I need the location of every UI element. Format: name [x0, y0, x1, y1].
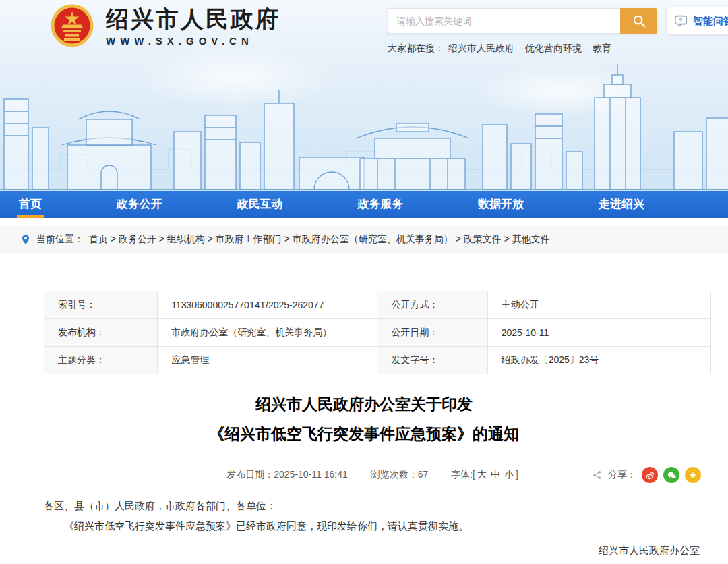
share-label: 分享： — [608, 469, 636, 481]
site-url: WWW.SX.GOV.CN — [106, 35, 280, 47]
font-size-medium-button[interactable]: 中 — [491, 469, 500, 480]
nav-item-about-shaoxing[interactable]: 走进绍兴 — [595, 191, 648, 218]
paragraph: 各区、县（市）人民政府，市政府各部门、各单位： — [44, 496, 684, 516]
table-row: 发布机构： 市政府办公室（研究室、机关事务局） 公开日期： 2025-10-11 — [44, 319, 711, 347]
site-banner: 绍兴市人民政府 WWW.SX.GOV.CN 大家都在搜： 绍兴市人民政府 优化营… — [0, 0, 728, 191]
search-box — [388, 8, 657, 34]
meta-value: 应急管理 — [158, 347, 377, 374]
nav-item-interaction[interactable]: 政民互动 — [233, 191, 287, 218]
document-body: 各区、县（市）人民政府，市政府各部门、各单位： 《绍兴市低空飞行突发事件应急预案… — [44, 496, 684, 536]
main-nav: 首页 政务公开 政民互动 政务服务 数据开放 走进绍兴 — [0, 191, 728, 218]
hot-search-link[interactable]: 教育 — [593, 43, 611, 55]
table-row: 索引号： 11330600002577014T/2025-262077 公开方式… — [44, 291, 711, 319]
share-bar: 分享： ★ — [592, 467, 701, 483]
search-area: 大家都在搜： 绍兴市人民政府 优化营商环境 教育 — [388, 8, 657, 55]
breadcrumb-path[interactable]: 首页 > 政务公开 > 组织机构 > 市政府工作部门 > 市政府办公室（研究室、… — [89, 233, 550, 246]
qzone-star-icon: ★ — [689, 471, 697, 480]
site-logo[interactable]: 绍兴市人民政府 WWW.SX.GOV.CN — [51, 4, 280, 47]
nav-item-gov-info[interactable]: 政务公开 — [113, 191, 166, 218]
city-skyline-illustration — [0, 56, 728, 191]
meta-label: 公开日期： — [377, 319, 487, 347]
hot-search-link[interactable]: 绍兴市人民政府 — [448, 43, 514, 55]
paragraph: 《绍兴市低空飞行突发事件应急预案》已经市政府同意，现印发给你们，请认真贯彻实施。 — [44, 516, 684, 536]
breadcrumb-label: 当前位置： — [36, 233, 84, 246]
nav-item-home[interactable]: 首页 — [15, 191, 46, 218]
share-nodes-icon — [592, 470, 603, 480]
smart-qa-widget[interactable]: ? 智能问答 — [666, 7, 728, 35]
meta-value: 市政府办公室（研究室、机关事务局） — [158, 319, 377, 347]
meta-label: 发布机构： — [44, 319, 158, 347]
view-count-value: 67 — [418, 469, 429, 480]
hot-search-bar: 大家都在搜： 绍兴市人民政府 优化营商环境 教育 — [388, 43, 657, 55]
search-button[interactable] — [620, 8, 657, 34]
page: 绍兴市人民政府 WWW.SX.GOV.CN 大家都在搜： 绍兴市人民政府 优化营… — [0, 0, 728, 557]
site-name: 绍兴市人民政府 — [106, 5, 280, 32]
wechat-icon — [667, 470, 677, 480]
hot-search-label: 大家都在搜： — [388, 43, 444, 55]
meta-label: 索引号： — [44, 291, 158, 319]
document-title-line2: 《绍兴市低空飞行突发事件应急预案》的通知 — [0, 419, 728, 449]
svg-text:?: ? — [679, 17, 682, 24]
meta-label: 公开方式： — [377, 291, 487, 319]
signature: 绍兴市人民政府办公室 — [0, 544, 700, 557]
meta-value: 2025-10-11 — [487, 319, 710, 347]
national-emblem-icon — [51, 4, 94, 47]
nav-item-services[interactable]: 政务服务 — [353, 191, 407, 218]
font-size-control: 字体:[大中小] — [451, 469, 518, 480]
meta-value: 绍政办发〔2025〕23号 — [487, 347, 710, 374]
meta-value: 主动公开 — [487, 291, 710, 319]
share-weibo-button[interactable] — [642, 467, 658, 483]
weibo-icon — [645, 470, 655, 480]
font-size-large-button[interactable]: 大 — [477, 469, 487, 480]
chat-question-icon: ? — [673, 13, 688, 28]
smart-qa-label: 智能问答 — [693, 15, 728, 28]
article-content: 索引号： 11330600002577014T/2025-262077 公开方式… — [0, 291, 728, 557]
font-size-small-button[interactable]: 小 — [504, 469, 514, 480]
search-icon — [632, 13, 646, 28]
publish-date-label: 发布日期： — [226, 469, 274, 480]
nav-item-open-data[interactable]: 数据开放 — [474, 191, 528, 218]
publish-date: 发布日期：2025-10-11 16:41 — [226, 469, 348, 480]
article-meta-bar: 发布日期：2025-10-11 16:41 浏览次数：67 字体:[大中小] 分… — [44, 457, 701, 481]
document-title-line1: 绍兴市人民政府办公室关于印发 — [0, 389, 728, 419]
doc-meta-table: 索引号： 11330600002577014T/2025-262077 公开方式… — [44, 291, 711, 374]
table-row: 主题分类： 应急管理 发文字号： 绍政办发〔2025〕23号 — [44, 347, 711, 374]
hot-search-link[interactable]: 优化营商环境 — [525, 43, 582, 55]
share-qzone-button[interactable]: ★ — [685, 467, 701, 483]
location-pin-icon — [20, 234, 31, 245]
view-count-label: 浏览次数： — [371, 469, 418, 480]
meta-value: 11330600002577014T/2025-262077 — [158, 291, 377, 319]
site-title-block: 绍兴市人民政府 WWW.SX.GOV.CN — [106, 5, 280, 47]
document-title: 绍兴市人民政府办公室关于印发 《绍兴市低空飞行突发事件应急预案》的通知 — [0, 389, 728, 449]
font-size-prefix: 字体:[ — [451, 469, 475, 480]
meta-label: 主题分类： — [44, 347, 158, 374]
font-size-suffix: ] — [516, 469, 518, 480]
meta-label: 发文字号： — [377, 347, 487, 374]
breadcrumb: 当前位置： 首页 > 政务公开 > 组织机构 > 市政府工作部门 > 市政府办公… — [0, 226, 728, 253]
share-wechat-button[interactable] — [663, 467, 679, 483]
search-input[interactable] — [388, 8, 620, 34]
view-count: 浏览次数：67 — [371, 469, 429, 480]
publish-date-value: 2025-10-11 16:41 — [274, 469, 348, 480]
